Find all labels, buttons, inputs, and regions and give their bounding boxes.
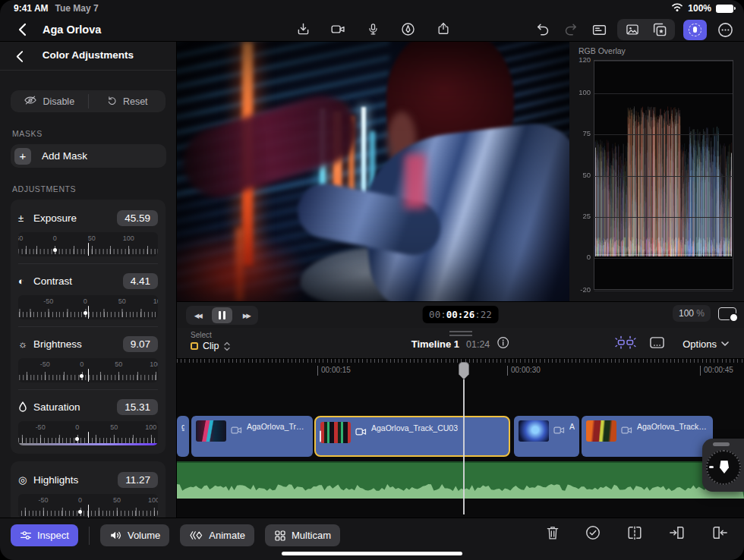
- adjustment-head: ◎Highlights11.27: [18, 469, 158, 490]
- share-icon[interactable]: [433, 19, 453, 39]
- status-date: Tue May 7: [55, 3, 99, 14]
- adjustment-slider[interactable]: -50050100: [18, 358, 158, 382]
- delete-icon[interactable]: [545, 524, 560, 544]
- reset-button[interactable]: Reset: [89, 90, 166, 112]
- animate-button[interactable]: Animate: [180, 524, 254, 546]
- clips-track: g...AgaOrlova_Track_Wid...AgaOrlova_Trac…: [177, 416, 744, 457]
- options-label: Options: [683, 338, 717, 350]
- audio-track[interactable]: [177, 461, 744, 499]
- playhead-line: [463, 379, 465, 514]
- adjustment-slider[interactable]: -50050100: [18, 232, 158, 256]
- adjustment-slider[interactable]: -50050100: [18, 421, 158, 445]
- exposure-icon: ±: [18, 212, 33, 224]
- trim-handle[interactable]: [320, 431, 321, 442]
- add-mask-button[interactable]: + Add Mask: [11, 144, 166, 168]
- adjustment-row: ☼Brightness9.07-50050100: [18, 326, 158, 389]
- timeline-body: 00:00:1500:00:3000:00:45 g...AgaOrlova_T…: [177, 359, 744, 518]
- clip-select-control[interactable]: Select Clip: [191, 331, 230, 351]
- jog-wheel[interactable]: [702, 439, 744, 492]
- slider-tick-label: -50: [37, 297, 60, 305]
- timeline-duration: 01:24: [466, 339, 490, 350]
- slider-tick-label: -50: [33, 360, 56, 368]
- options-button[interactable]: Options: [678, 338, 733, 351]
- split-clip-icon[interactable]: [626, 524, 644, 544]
- panel-title: Color Adjustments: [0, 49, 176, 61]
- undo-icon[interactable]: [533, 20, 553, 39]
- trim-start-icon[interactable]: [668, 524, 686, 544]
- captions-icon[interactable]: [589, 20, 609, 39]
- timeline-clip[interactable]: AgaOrlova_Track_Wide0...: [582, 416, 713, 457]
- pencil-icon[interactable]: [399, 19, 418, 39]
- volume-button[interactable]: Volume: [100, 524, 169, 546]
- info-icon[interactable]: [497, 336, 509, 352]
- video-preview[interactable]: [177, 42, 569, 301]
- connect-clips-icon[interactable]: [615, 334, 636, 354]
- clip-thumbnail: [320, 422, 351, 443]
- adjustment-value[interactable]: 9.07: [123, 336, 158, 352]
- clip-thumbnail: [196, 420, 226, 442]
- pause-icon: [219, 311, 225, 319]
- slider-tick-label: 100: [140, 423, 158, 431]
- playhead-handle[interactable]: [459, 362, 469, 379]
- timeline-clip[interactable]: AgaOrlova_Track_CU03: [314, 416, 510, 457]
- pause-button[interactable]: [212, 307, 232, 323]
- back-button[interactable]: [12, 20, 32, 39]
- chevron-down-icon: [721, 341, 729, 346]
- adjustment-value[interactable]: 15.31: [117, 399, 158, 415]
- display-options-icon[interactable]: [718, 307, 736, 320]
- clip-label: g...: [181, 422, 184, 431]
- trim-end-icon[interactable]: [711, 524, 729, 544]
- scope-tick-label: -20: [572, 285, 591, 294]
- animate-label: Animate: [209, 530, 245, 541]
- scope-gridline: [594, 258, 733, 259]
- camera-icon[interactable]: [329, 19, 348, 39]
- adjustment-row: ◐Contrast4.41-50050100: [18, 263, 158, 326]
- multicam-button[interactable]: Multicam: [265, 524, 340, 546]
- clip-color-swatch: [191, 342, 198, 350]
- scope-gridline: [594, 217, 733, 218]
- home-indicator[interactable]: [282, 552, 462, 555]
- timeline-clip[interactable]: A...: [514, 416, 579, 457]
- disable-button[interactable]: Disable: [11, 90, 88, 112]
- adjustment-value[interactable]: 4.41: [123, 273, 158, 289]
- adjustment-slider[interactable]: -50050100: [18, 295, 158, 319]
- wifi-icon: [671, 2, 683, 14]
- timeline-clip[interactable]: g...: [177, 416, 189, 457]
- panel-drag-handle[interactable]: [449, 331, 472, 336]
- scope-tick-label: 120: [572, 55, 591, 64]
- scope-title: RGB Overlay: [578, 46, 626, 55]
- fast-forward-button[interactable]: ▶▶: [236, 307, 257, 323]
- zoom-value: 100: [679, 308, 694, 319]
- project-title: Aga Orlova: [43, 24, 101, 36]
- scope-waveform: [594, 61, 733, 289]
- rewind-button[interactable]: ◀◀: [188, 307, 208, 323]
- more-icon[interactable]: [715, 20, 735, 39]
- title-bar: Aga Orlova: [0, 17, 744, 42]
- viewer-area: RGB Overlay 1201007550250-20 ◀◀ ▶▶ 00:00…: [177, 42, 744, 328]
- timeline-title: Timeline 1: [411, 338, 459, 350]
- mic-icon[interactable]: [364, 19, 383, 39]
- battery-icon: [716, 5, 733, 13]
- approve-check-icon[interactable]: [585, 524, 601, 544]
- adjustment-value[interactable]: 11.27: [118, 472, 158, 488]
- volume-label: Volume: [128, 530, 160, 541]
- viewer-zoom-control[interactable]: 100 %: [673, 305, 711, 322]
- jog-wheel-dial[interactable]: [706, 450, 741, 485]
- reset-icon: [106, 95, 118, 109]
- effects-icon[interactable]: [650, 20, 670, 39]
- timeline-clip[interactable]: AgaOrlova_Track_Wid...: [191, 416, 313, 457]
- adjustment-slider[interactable]: -50050100: [18, 494, 158, 518]
- timecode-display[interactable]: 00:00:26:22: [422, 306, 499, 323]
- jog-mode-button[interactable]: [683, 20, 707, 40]
- updown-chevrons-icon: [224, 341, 230, 351]
- timecode-pre: 00:: [429, 309, 446, 320]
- redo-icon[interactable]: [561, 20, 581, 39]
- adjustment-value[interactable]: 45.59: [117, 210, 158, 226]
- film-frame-icon[interactable]: [648, 335, 666, 353]
- jog-wheel-handle[interactable]: [713, 442, 730, 446]
- slider-tick-label: 50: [80, 234, 103, 242]
- slider-value-indicator: [88, 369, 90, 382]
- inspect-button[interactable]: Inspect: [11, 524, 78, 546]
- import-icon[interactable]: [294, 19, 314, 39]
- photos-icon[interactable]: [623, 20, 642, 39]
